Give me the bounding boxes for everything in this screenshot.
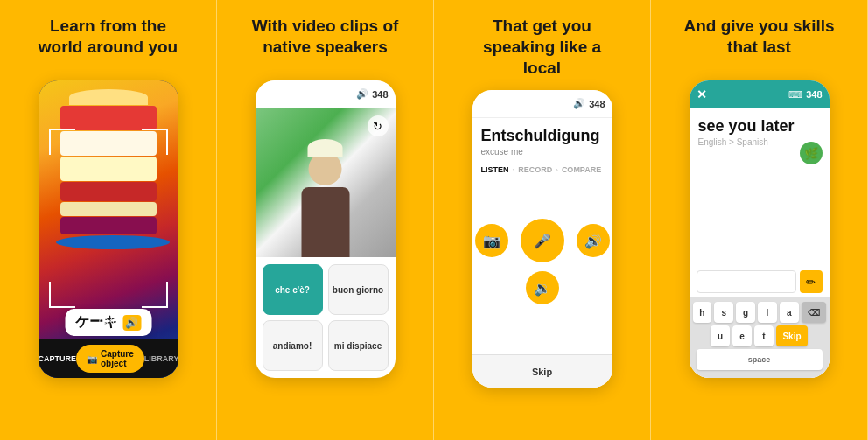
- scan-corner-tr: [142, 129, 168, 155]
- panel-3-title: That get you speaking like a local: [483, 16, 601, 78]
- scan-corner-br: [142, 282, 168, 308]
- score-4: 348: [806, 89, 822, 100]
- close-icon-4[interactable]: ✕: [696, 87, 707, 101]
- key-a[interactable]: a: [780, 302, 799, 323]
- phone-camera: ✕ ケーキ 🔊: [38, 80, 178, 378]
- panel-keyboard: And give you skills that last ✕ ⌨ 348 se…: [651, 0, 868, 440]
- answer-input[interactable]: [696, 270, 796, 293]
- mic-area: 📷 🎤 🔊 🔉: [472, 178, 612, 354]
- answer-btn-3[interactable]: andiamo!: [262, 320, 323, 371]
- camera-bottom-bar: CAPTURE 📷 Capture object LIBRARY: [38, 339, 178, 378]
- keyboard-area: h s g l a ⌫ u e t Skip space: [690, 297, 830, 378]
- capture-tab[interactable]: CAPTURE: [38, 354, 77, 363]
- key-g[interactable]: g: [736, 302, 755, 323]
- kb-row-space: space: [693, 349, 826, 370]
- scan-corner-tl: [49, 129, 75, 155]
- kb-input-row: ✏: [690, 267, 830, 297]
- german-word: Entschuldigung: [481, 127, 604, 145]
- person-hair: [308, 139, 343, 157]
- key-l[interactable]: l: [758, 302, 777, 323]
- answer-btn-1[interactable]: che c'è?: [262, 264, 323, 315]
- person-head: [309, 152, 342, 185]
- camera-screen: ケーキ 🔊 cake CAPTURE 📷 Capture object LIBR…: [38, 80, 178, 378]
- kb-topbar: ✕ ⌨ 348: [690, 80, 830, 108]
- score-3: 348: [589, 99, 605, 109]
- library-tab[interactable]: LIBRARY: [144, 354, 178, 363]
- flag-icon: 🌿: [800, 142, 822, 164]
- phone-keyboard: ✕ ⌨ 348 see you later English > Spanish …: [690, 80, 830, 378]
- english-word: cake: [99, 316, 117, 325]
- video-topbar: ✕ 🔊 348: [256, 80, 396, 108]
- cake-image: [56, 89, 161, 247]
- speak-header: Entschuldigung excuse me: [472, 118, 612, 162]
- tab-listen[interactable]: LISTEN: [481, 165, 509, 174]
- space-key[interactable]: space: [696, 349, 822, 370]
- person-body: [301, 187, 349, 257]
- key-h[interactable]: h: [693, 302, 712, 323]
- camera-bubble[interactable]: 📷: [475, 224, 508, 257]
- video-area: ↻: [256, 108, 396, 257]
- skip-key[interactable]: Skip: [776, 325, 808, 346]
- chevron-2: ›: [556, 166, 558, 174]
- camera-icon: 📷: [87, 354, 97, 364]
- key-t[interactable]: t: [754, 325, 774, 346]
- kb-screen: see you later English > Spanish 🌿 ✏ h s …: [690, 108, 830, 378]
- answer-btn-4[interactable]: mi dispiace: [328, 320, 388, 371]
- mic-row-bottom: 🔉: [526, 271, 559, 304]
- panel-speaking: That get you speaking like a local ✕ 🔊 3…: [434, 0, 651, 440]
- speak-topbar: ✕ 🔊 348: [472, 90, 612, 118]
- key-u[interactable]: u: [710, 325, 730, 346]
- tab-record[interactable]: RECORD: [518, 165, 552, 174]
- pencil-button[interactable]: ✏: [800, 270, 822, 293]
- delete-key[interactable]: ⌫: [802, 302, 826, 323]
- mic-row-top: 📷 🎤 🔊: [475, 219, 610, 262]
- kb-row-1: h s g l a ⌫: [693, 302, 826, 323]
- volume-icon-2: 🔊: [356, 88, 368, 100]
- pencil-icon: ✏: [806, 276, 816, 289]
- answer-grid: che c'è? buon giorno andiamo! mi dispiac…: [256, 257, 396, 378]
- chevron-1: ›: [513, 166, 515, 174]
- panel-1-title: Learn from the world around you: [38, 16, 178, 68]
- score-display: 348: [372, 89, 388, 100]
- volume-icon-3: 🔊: [573, 98, 585, 109]
- answer-btn-2[interactable]: buon giorno: [328, 264, 388, 315]
- reload-button[interactable]: ↻: [368, 115, 388, 136]
- volume-bubble-right[interactable]: 🔊: [577, 224, 610, 257]
- panel-camera: Learn from the world around you ✕: [0, 0, 217, 440]
- speak-screen: Entschuldigung excuse me LISTEN › RECORD…: [472, 118, 612, 388]
- panel-4-title: And give you skills that last: [683, 16, 834, 68]
- skip-bar: Skip: [472, 354, 612, 388]
- key-s[interactable]: s: [714, 302, 733, 323]
- tab-compare[interactable]: COMPARE: [562, 165, 601, 174]
- close-icon-3[interactable]: ✕: [480, 97, 490, 111]
- phrase-area: see you later English > Spanish 🌿: [690, 108, 830, 267]
- volume-bubble-left[interactable]: 🔉: [526, 271, 559, 304]
- key-e[interactable]: e: [732, 325, 752, 346]
- phone-speaking: ✕ 🔊 348 Entschuldigung excuse me LISTEN …: [472, 90, 612, 388]
- volume-icon[interactable]: 🔊: [122, 315, 141, 331]
- skip-button[interactable]: Skip: [532, 367, 552, 377]
- close-icon-2[interactable]: ✕: [262, 87, 273, 101]
- panel-2-title: With video clips of native speakers: [252, 16, 399, 68]
- keyboard-icon: ⌨: [788, 89, 802, 101]
- kb-phrase: see you later: [698, 117, 821, 136]
- capture-button[interactable]: 📷 Capture object: [76, 345, 144, 373]
- speak-tabs: LISTEN › RECORD › COMPARE: [472, 162, 612, 178]
- kb-row-2: u e t Skip: [693, 325, 826, 346]
- word-translation: excuse me: [481, 147, 604, 157]
- panel-video: With video clips of native speakers ✕ 🔊 …: [217, 0, 434, 440]
- scan-corner-bl: [49, 282, 75, 308]
- mic-bubble-main[interactable]: 🎤: [521, 219, 564, 262]
- phone-video: ✕ 🔊 348 ↻ che c'è? buon giorno andiamo! …: [256, 80, 396, 378]
